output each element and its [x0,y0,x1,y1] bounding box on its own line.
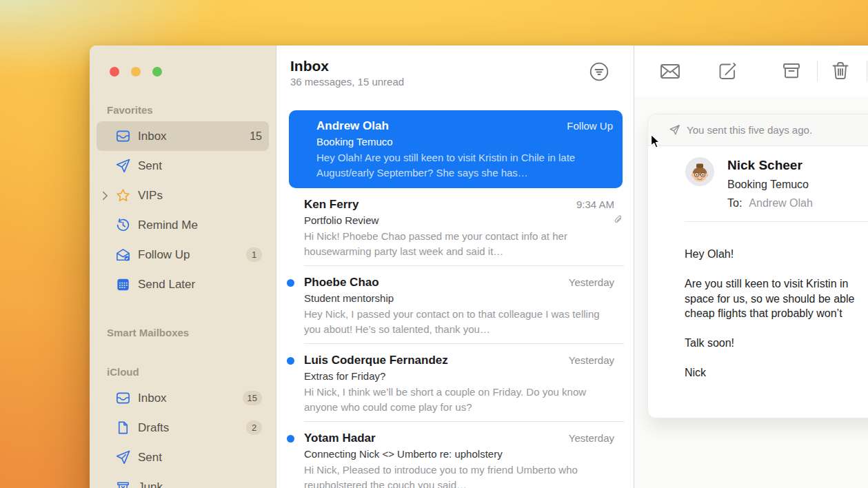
email-subject: Connecting Nick <> Umberto re: upholster… [304,447,614,461]
sidebar-item-inbox[interactable]: Inbox15 [97,383,269,413]
message-card: You sent this five days ago. [647,114,868,418]
count-badge: 15 [243,391,262,405]
email-subject: Extras for Friday? [304,369,614,383]
remind-clock-icon [114,217,131,234]
paperclip-icon [612,214,624,225]
sidebar-item-label: Send Later [138,278,262,292]
minimize-button[interactable] [131,67,141,77]
email-preview: Hi Nick, I think we’ll be short a couple… [304,385,614,414]
toolbar-separator [867,61,867,81]
sidebar-item-vips[interactable]: VIPs [97,181,269,210]
sidebar-item-sent[interactable]: Sent [97,151,269,181]
sidebar-item-inbox[interactable]: Inbox15 [97,121,269,151]
message-header: Nick Scheer Booking Temuco To:Andrew Ola… [648,146,868,210]
email-list-item[interactable]: Ken Ferry9:34 AMPortfolio ReviewHi Nick!… [276,188,634,266]
email-list-item[interactable]: Phoebe ChaoYesterdayStudent mentorshipHe… [276,266,634,344]
sidebar-item-junk[interactable]: Junk [97,472,269,488]
filter-icon [588,61,610,83]
sender-block: Nick Scheer Booking Temuco To:Andrew Ola… [727,157,813,210]
paper-plane-icon [669,124,680,136]
reader-content: You sent this five days ago. [634,96,868,488]
send-later-calendar-icon [114,276,131,293]
message-body-blank-line [685,351,868,366]
sidebar-item-label: Junk [138,480,262,488]
email-sender: Ken Ferry [304,197,359,212]
email-row-top: Yotam HadarYesterday [304,431,614,445]
sidebar-item-label: VIPs [138,189,262,203]
avatar [685,157,714,186]
message-body-line: Nick [685,365,868,380]
email-preview: Hey Nick, I passed your contact on to th… [304,307,614,336]
sent-banner-text: You sent this five days ago. [687,124,812,136]
email-preview: Hi Nick, Pleased to introduce you to my … [304,462,614,488]
email-subject: Student mentorship [304,292,614,305]
email-list-item[interactable]: Yotam HadarYesterdayConnecting Nick <> U… [276,422,634,488]
sidebar-item-label: Inbox [138,130,250,143]
mail-window: FavoritesInbox15SentVIPsRemind MeFollow … [90,45,868,488]
follow-up-envelope-icon [114,247,131,263]
sidebar-item-sent[interactable]: Sent [97,443,269,472]
email-row-top: Andrew OlahFollow Up [316,119,613,133]
email-sender: Yotam Hadar [304,431,376,445]
sidebar-sections: FavoritesInbox15SentVIPsRemind MeFollow … [90,104,276,488]
drafts-doc-icon [114,420,131,436]
memoji-avatar-icon [685,157,714,186]
email-subject: Booking Temuco [316,135,613,149]
message-body-line: Hey Olah! [685,247,868,262]
delete-button[interactable] [829,59,852,83]
to-label: To: [727,197,742,209]
compose-icon [716,59,739,83]
sidebar-section-header: Smart Mailboxes [107,327,259,338]
archive-button[interactable] [780,59,803,83]
sidebar-item-remind-me[interactable]: Remind Me [97,210,269,240]
junk-bin-icon [114,479,131,488]
reader-pane: You sent this five days ago. [634,45,868,488]
list-header: Inbox 36 messages, 15 unread [276,45,634,88]
recipient-name[interactable]: Andrew Olah [749,197,813,209]
inbox-tray-icon [114,390,131,407]
sidebar-item-send-later[interactable]: Send Later [97,270,269,299]
sidebar-item-label: Follow Up [138,248,246,262]
message-subject: Booking Temuco [727,178,813,191]
email-preview: Hi Nick! Phoebe Chao passed me your cont… [304,229,614,258]
message-body: Hey Olah!Are you still keen to visit Kri… [648,222,868,380]
filter-button[interactable] [588,61,610,83]
message-body-blank-line [685,321,868,336]
archive-box-icon [780,59,803,83]
email-list-item[interactable]: Andrew OlahFollow UpBooking TemucoHey Ol… [289,110,623,188]
sidebar-item-label: Remind Me [138,218,262,232]
sender-name: Nick Scheer [727,157,813,173]
sidebar-item-label: Sent [138,451,262,465]
sidebar-item-drafts[interactable]: Drafts2 [97,413,269,443]
email-list-item[interactable]: Luis Coderque FernandezYesterdayExtras f… [276,344,634,422]
message-body-line: Are you still keen to visit Kristin in [685,276,868,292]
email-meta: Yesterday [569,354,614,366]
inbox-tray-icon [114,128,131,145]
message-list-pane: Inbox 36 messages, 15 unread Andrew Olah… [276,45,634,488]
email-meta: Follow Up [567,120,613,132]
count-badge: 1 [246,247,262,262]
mouse-cursor [647,132,664,150]
desktop-screen: FavoritesInbox15SentVIPsRemind MeFollow … [0,0,868,488]
message-body-line: cheap flights that probably won’t [685,306,868,321]
email-row-top: Luis Coderque FernandezYesterday [304,353,614,367]
email-list: Andrew OlahFollow UpBooking TemucoHey Ol… [276,88,634,488]
sent-banner: You sent this five days ago. [648,114,868,146]
message-body-line: Talk soon! [685,336,868,351]
count-badge: 2 [246,420,262,435]
mailbox-summary: 36 messages, 15 unread [290,76,620,88]
chevron-right-icon[interactable] [102,191,114,201]
message-body-line: space for us, so we should be able [685,292,868,307]
close-button[interactable] [110,67,119,77]
email-meta: Yesterday [569,276,614,288]
message-body-blank-line [685,262,868,277]
recipient-line: To:Andrew Olah [727,196,813,210]
email-sender: Phoebe Chao [304,275,379,289]
sidebar-item-follow-up[interactable]: Follow Up1 [97,240,269,270]
email-meta: Yesterday [569,432,614,444]
get-mail-button[interactable] [658,59,682,83]
paper-plane-icon [114,449,131,466]
compose-button[interactable] [716,59,739,83]
zoom-button[interactable] [152,67,162,77]
email-preview: Hey Olah! Are you still keen to visit Kr… [316,150,613,180]
